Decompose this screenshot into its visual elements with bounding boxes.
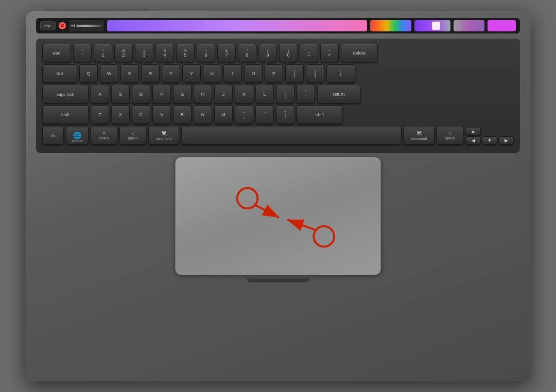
key-k[interactable]: K (235, 85, 253, 103)
key-option-right[interactable]: ⌥ option (437, 126, 463, 145)
key-minus[interactable]: _− (300, 44, 318, 62)
key-tab[interactable]: tab (42, 64, 77, 83)
key-command-left[interactable]: ⌘ command (148, 126, 179, 145)
key-s[interactable]: S (111, 85, 130, 103)
key-5[interactable]: %5 (176, 44, 195, 62)
key-quote[interactable]: "' (297, 85, 315, 103)
key-3[interactable]: #3 (135, 44, 153, 62)
key-e[interactable]: E (120, 64, 139, 83)
key-p[interactable]: P (265, 64, 283, 83)
key-return[interactable]: return (317, 85, 360, 103)
key-f[interactable]: F (152, 85, 171, 103)
key-l[interactable]: L (255, 85, 274, 103)
laptop-notch (247, 278, 309, 282)
key-arrow-left[interactable]: ◀ (465, 136, 481, 145)
tb-esc-key[interactable]: esc (40, 21, 56, 30)
key-command-right[interactable]: ⌘ command (404, 126, 435, 145)
key-u[interactable]: U (203, 64, 221, 83)
tb-color-strip-3 (454, 20, 484, 31)
key-d[interactable]: D (132, 85, 150, 103)
key-1[interactable]: !1 (94, 44, 112, 62)
key-row-qwerty: tab Q W E R T Y U I O P {[ }] |\ (42, 64, 514, 83)
key-space[interactable] (181, 126, 402, 145)
key-6[interactable]: ^6 (197, 44, 215, 62)
key-backtick[interactable]: ~` (73, 44, 92, 62)
key-a[interactable]: A (91, 85, 109, 103)
bottom-bar (36, 278, 520, 282)
key-semicolon[interactable]: :; (276, 85, 294, 103)
key-9[interactable]: (9 (258, 44, 277, 62)
key-b[interactable]: B (173, 105, 192, 124)
key-comma[interactable]: <, (235, 105, 253, 124)
key-n[interactable]: N (194, 105, 212, 124)
key-0[interactable]: )0 (279, 44, 298, 62)
key-arrow-right[interactable]: ▶ (498, 136, 514, 145)
key-c[interactable]: C (132, 105, 150, 124)
key-v[interactable]: V (152, 105, 171, 124)
key-period[interactable]: >. (255, 105, 274, 124)
key-q[interactable]: Q (79, 64, 98, 83)
volume-slider[interactable] (76, 25, 102, 27)
key-z[interactable]: Z (91, 105, 109, 124)
key-arrow-up[interactable]: ▲ (465, 127, 481, 135)
svg-point-2 (237, 188, 258, 208)
key-arrow-down[interactable]: ▼ (482, 136, 497, 145)
tb-color-strip-2 (370, 20, 411, 31)
key-caps-lock[interactable]: caps lock (42, 85, 89, 103)
key-row-zxcv: shift Z X C V B N M <, >. ?/ shift (42, 105, 514, 124)
key-4[interactable]: $4 (155, 44, 174, 62)
tb-brightness-strip (488, 20, 516, 31)
key-w[interactable]: W (100, 64, 118, 83)
key-control[interactable]: ^ control (91, 126, 117, 145)
key-j[interactable]: J (214, 85, 233, 103)
key-shift-left[interactable]: shift (42, 105, 89, 124)
key-7[interactable]: &7 (217, 44, 236, 62)
tb-color-strip-1 (107, 20, 367, 31)
trackpad[interactable] (175, 157, 381, 275)
svg-line-6 (255, 205, 279, 218)
tb-slider[interactable] (414, 20, 450, 31)
touch-bar: esc (36, 18, 520, 33)
key-h[interactable]: H (194, 85, 212, 103)
arrow-key-cluster: ▲ ◀ ▼ ▶ (465, 127, 514, 145)
key-8[interactable]: *8 (238, 44, 256, 62)
key-bracket-left[interactable]: {[ (285, 64, 304, 83)
keyboard-area: esc ~` !1 @2 #3 $4 %5 ^6 &7 *8 (9 )0 _− … (36, 39, 520, 153)
key-row-numbers: esc ~` !1 @2 #3 $4 %5 ^6 &7 *8 (9 )0 _− … (42, 44, 514, 62)
key-fn[interactable]: fn (42, 126, 64, 145)
key-esc[interactable]: esc (42, 44, 71, 62)
key-x[interactable]: X (111, 105, 130, 124)
key-slash[interactable]: ?/ (276, 105, 294, 124)
key-equals[interactable]: += (320, 44, 339, 62)
svg-line-7 (287, 220, 317, 230)
key-i[interactable]: I (223, 64, 242, 83)
key-bracket-right[interactable]: }] (306, 64, 324, 83)
key-m[interactable]: M (214, 105, 233, 124)
key-backslash[interactable]: |\ (326, 64, 355, 83)
trackpad-section (36, 157, 520, 275)
key-row-asdf: caps lock A S D F G H J K L :; "' return (42, 85, 514, 103)
key-y[interactable]: Y (182, 64, 201, 83)
tb-volume-controls (69, 20, 104, 31)
key-shift-right[interactable]: shift (297, 105, 343, 124)
key-option-left[interactable]: ⌥ option (119, 126, 146, 145)
key-2[interactable]: @2 (114, 44, 133, 62)
trackpad-annotation-svg (176, 157, 380, 275)
key-r[interactable]: R (141, 64, 160, 83)
key-globe[interactable]: 🌐 control (66, 126, 89, 145)
key-delete[interactable]: delete (341, 44, 378, 62)
key-o[interactable]: O (244, 64, 263, 83)
svg-point-3 (314, 226, 334, 247)
volume-icon (71, 24, 75, 28)
key-t[interactable]: T (162, 64, 180, 83)
key-row-modifiers: fn 🌐 control ^ control ⌥ option ⌘ comman… (42, 126, 514, 145)
tb-close-button[interactable] (59, 22, 66, 29)
key-g[interactable]: G (173, 85, 192, 103)
laptop-body: esc esc ~` !1 @2 #3 $4 %5 ^6 &7 *8 (9 )0 (26, 11, 530, 381)
